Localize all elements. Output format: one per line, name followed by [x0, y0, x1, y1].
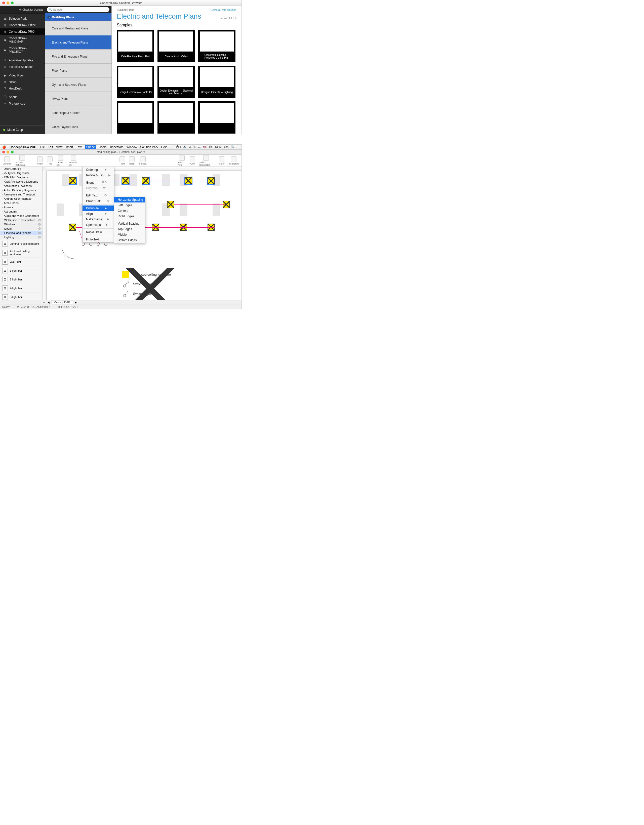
- window-shape[interactable]: [130, 174, 137, 186]
- library-item[interactable]: Walls, shell and structure×: [0, 218, 42, 222]
- sidebar-item[interactable]: ?HelpDesk: [0, 85, 45, 92]
- library-group[interactable]: ▸Accounting Flowcharts: [0, 184, 42, 188]
- toolbar-button[interactable]: Chain: [36, 156, 44, 165]
- menubar-item[interactable]: Help: [161, 145, 168, 149]
- menu-item[interactable]: Left Edges: [114, 202, 145, 208]
- menu-item[interactable]: Align▶: [82, 211, 114, 216]
- menu-item[interactable]: Edit TextF5: [82, 193, 114, 198]
- library-group[interactable]: ▸AWS Architecture Diagrams: [0, 179, 42, 184]
- sidebar-item[interactable]: ⬇Available Updates: [0, 57, 45, 63]
- apple-icon[interactable]: 🍎: [2, 145, 6, 149]
- close-icon[interactable]: ×: [38, 236, 41, 238]
- toolbar-button[interactable]: Delete link: [56, 155, 66, 166]
- stencil-item[interactable]: ⊠4-light bar: [0, 284, 42, 293]
- window-shape[interactable]: [213, 204, 220, 216]
- menu-item[interactable]: Vertical Spacing: [114, 221, 145, 226]
- library-group[interactable]: ▸Android User Interface: [0, 197, 42, 201]
- category-item[interactable]: Gym and Spa Area Plans: [45, 78, 111, 92]
- window-shape[interactable]: [180, 204, 187, 216]
- menubar-item[interactable]: Edit: [48, 145, 53, 149]
- stencil-item[interactable]: ⊠Enclosed ceiling luminaire: [0, 248, 42, 258]
- library-group[interactable]: ▸Aerospace and Transport: [0, 192, 42, 197]
- toolbar-button[interactable]: Grid: [189, 156, 196, 165]
- wifi-icon[interactable]: ⏻ ᯤ 🔊: [176, 145, 187, 149]
- ruler-vertical[interactable]: [43, 171, 46, 300]
- stencil-item[interactable]: ⊠Wall light: [0, 258, 42, 266]
- search-input[interactable]: 🔍 Search: [47, 7, 110, 12]
- library-group[interactable]: ▸Artwork: [0, 205, 42, 210]
- minimize-icon[interactable]: [6, 2, 9, 4]
- user-badge[interactable]: Marie Coop: [0, 125, 45, 134]
- category-item[interactable]: Landscape & Garden: [45, 106, 111, 120]
- user-label[interactable]: cso: [224, 145, 229, 149]
- library-item[interactable]: Lighting×: [0, 235, 42, 239]
- zoom-icon[interactable]: [11, 151, 14, 153]
- category-item[interactable]: Electric and Telecom Plans: [45, 36, 111, 49]
- luminaire-shape[interactable]: [69, 177, 76, 184]
- menubar-item[interactable]: Window: [127, 145, 137, 149]
- toolbar-button[interactable]: Tree: [46, 156, 54, 165]
- library-group[interactable]: ▸ATM UML Diagrams: [0, 175, 42, 179]
- luminaire-shape[interactable]: [167, 201, 175, 208]
- sample-card[interactable]: [117, 101, 154, 134]
- sidebar-item[interactable]: ◉ConceptDraw MINDMAP: [0, 35, 45, 45]
- stencil-item[interactable]: ⊠Luminaire ceiling mount: [0, 239, 42, 248]
- toolbar-button[interactable]: Front: [119, 156, 126, 165]
- breadcrumb[interactable]: Building Plans: [117, 8, 134, 11]
- toolbar-button[interactable]: Color: [218, 156, 225, 165]
- close-icon[interactable]: ×: [38, 223, 41, 226]
- category-item[interactable]: Office Layout Plans: [45, 120, 111, 134]
- toolbar-button[interactable]: Libraries: [2, 156, 12, 165]
- menu-item[interactable]: Rapid Draw: [82, 229, 114, 235]
- menu-item[interactable]: Top Edges: [114, 226, 145, 232]
- menu-item[interactable]: Distribute▶: [82, 205, 114, 211]
- menubar-item[interactable]: Insert: [66, 145, 73, 149]
- menu-item[interactable]: Power EditF6: [82, 198, 114, 204]
- toolbar-button[interactable]: Select Connected: [198, 155, 214, 166]
- sidebar-item[interactable]: ◆ConceptDraw PROJECT: [0, 45, 45, 55]
- zoom-display[interactable]: Custom 110%: [52, 301, 73, 304]
- sidebar-item[interactable]: ◈ConceptDraw PRO: [0, 28, 45, 35]
- uninstall-link[interactable]: Uninstall this solution: [210, 8, 236, 11]
- menu-item[interactable]: Centers: [114, 208, 145, 213]
- menubar-item[interactable]: Text: [76, 145, 82, 149]
- sidebar-item[interactable]: ≡News: [0, 79, 45, 85]
- close-icon[interactable]: ×: [38, 232, 41, 234]
- spotlight-icon[interactable]: 🔍: [231, 145, 235, 149]
- library-group[interactable]: ▸Astronomy: [0, 210, 42, 214]
- library-item[interactable]: Doors×: [0, 227, 42, 231]
- toolbar-button[interactable]: Identical: [137, 156, 148, 165]
- library-group[interactable]: ▸User Libraries: [0, 167, 42, 171]
- flag-icon[interactable]: 🇺🇸: [203, 145, 207, 149]
- app-name[interactable]: ConceptDraw PRO: [9, 145, 37, 149]
- menu-item[interactable]: Make Same▶: [82, 216, 114, 222]
- menu-item[interactable]: Fit to Text: [82, 237, 114, 242]
- library-item[interactable]: Windows×: [0, 222, 42, 227]
- menu-item[interactable]: Rotate & Flip▶: [82, 173, 114, 178]
- category-item[interactable]: Cafe and Restaurant Plans: [45, 22, 111, 36]
- zoom-icon[interactable]: [11, 2, 14, 4]
- ruler-horizontal[interactable]: [46, 167, 241, 171]
- menu-item[interactable]: Group⌘G: [82, 180, 114, 185]
- toolbar-button[interactable]: Back: [128, 156, 136, 165]
- page-nav-first[interactable]: ⏮: [43, 301, 46, 304]
- library-item[interactable]: Electrical and telecom×: [0, 231, 42, 235]
- window-shape[interactable]: [57, 204, 64, 216]
- sample-card[interactable]: Design Elements — Lighting: [198, 66, 235, 98]
- library-group[interactable]: ▸Active Directory Diagrams: [0, 188, 42, 192]
- sidebar-item[interactable]: ⊕Installed Solutions: [0, 63, 45, 70]
- menu-item[interactable]: Horizontal Spacing: [114, 197, 145, 202]
- menu-item[interactable]: Bottom Edges: [114, 238, 145, 243]
- toolbar-button[interactable]: Inspectors: [227, 156, 240, 165]
- menu-item[interactable]: Middle: [114, 232, 145, 238]
- menubar-item[interactable]: Tools: [99, 145, 107, 149]
- sample-card[interactable]: Cinema Audio Video: [158, 30, 195, 62]
- toolbar-button[interactable]: Browse Solutions: [15, 155, 30, 166]
- stencil-item[interactable]: ⊠2-light bar: [0, 275, 42, 284]
- category-header[interactable]: ▾ Building Plans: [45, 13, 111, 22]
- close-icon[interactable]: ×: [38, 219, 41, 221]
- toolbar-button[interactable]: Reverse link: [68, 155, 79, 166]
- sample-card[interactable]: Design Elements — Cable TV: [117, 66, 154, 98]
- luminaire-shape[interactable]: [69, 224, 76, 231]
- sample-card[interactable]: Design Elements — Electrical and Telecom: [158, 66, 195, 98]
